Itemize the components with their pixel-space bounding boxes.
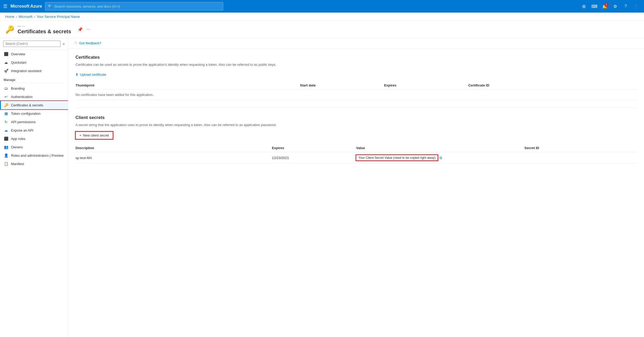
sidebar-item-label: Expose an API xyxy=(11,128,33,132)
sidebar-item-integration-assistant[interactable]: 🚀 Integration assistant xyxy=(0,67,68,75)
sidebar-item-app-roles[interactable]: ⬛ App roles xyxy=(0,134,68,143)
certificates-title: Certificates xyxy=(75,55,637,60)
secret-description-cell: sp-test-MA xyxy=(75,152,272,164)
feedback-label: Got feedback? xyxy=(79,41,101,45)
main-content: ♡ Got feedback? Certificates Certificate… xyxy=(68,38,644,337)
th-thumbprint: Thumbprint xyxy=(75,81,300,90)
sidebar-item-label: Certificates & secrets xyxy=(11,103,43,107)
help-button[interactable]: ? xyxy=(621,2,630,11)
topbar: ☰ Microsoft Azure 🔍 Search resources, se… xyxy=(0,0,644,13)
hamburger-button[interactable]: ☰ xyxy=(3,3,7,9)
content-area: Certificates Certificates can be used as… xyxy=(68,48,644,171)
page-header-text: — ··· Certificates & secrets xyxy=(18,24,71,35)
sidebar-item-label: Branding xyxy=(11,86,25,90)
sidebar-item-owners[interactable]: 👥 Owners xyxy=(0,143,68,151)
expose-api-icon: ☁ xyxy=(4,128,8,132)
owners-icon: 👥 xyxy=(4,145,8,149)
sidebar-item-label: Owners xyxy=(11,145,23,149)
th-start-date: Start date xyxy=(300,81,384,90)
sidebar-item-label: App roles xyxy=(11,137,25,141)
page-header: 🔑 — ··· Certificates & secrets 📌 ··· xyxy=(0,21,644,38)
sidebar-item-expose-api[interactable]: ☁ Expose an API xyxy=(0,126,68,134)
azure-logo: Microsoft Azure xyxy=(10,4,42,9)
sidebar-item-label: Token configuration xyxy=(11,112,41,116)
collapse-sidebar-button[interactable]: « xyxy=(63,42,65,46)
token-icon: ▦ xyxy=(4,111,8,116)
global-search[interactable]: 🔍 Search resources, services, and docs (… xyxy=(45,2,223,10)
sidebar-item-label: Authentication xyxy=(11,95,32,99)
manifest-icon: 📋 xyxy=(4,162,8,166)
feedback-heart-icon: ♡ xyxy=(74,41,78,45)
sidebar-item-token-configuration[interactable]: ▦ Token configuration xyxy=(0,109,68,118)
th-secret-id: Secret ID xyxy=(525,144,637,152)
account-button[interactable]: 👤 xyxy=(631,2,641,11)
breadcrumb-home[interactable]: Home xyxy=(5,15,14,19)
sidebar-item-label: Integration assistant xyxy=(11,69,41,73)
new-secret-label: New client secret xyxy=(83,133,109,137)
sidebar-search-area: « xyxy=(0,38,68,50)
copy-icon[interactable]: ⧉ xyxy=(439,156,442,160)
sidebar-item-label: Quickstart xyxy=(11,61,26,64)
feedback-bar[interactable]: ♡ Got feedback? xyxy=(68,38,644,48)
new-client-secret-button[interactable]: + New client secret xyxy=(75,132,113,139)
more-button[interactable]: ··· xyxy=(86,26,91,33)
branding-icon: 🗂 xyxy=(4,86,8,90)
th-description: Description xyxy=(75,144,272,152)
page-header-actions: 📌 ··· xyxy=(77,26,91,33)
secret-id-cell xyxy=(525,152,637,164)
search-icon: 🔍 xyxy=(48,4,52,8)
sidebar-item-label: Overview xyxy=(11,52,25,56)
certificates-desc: Certificates can be used as secrets to p… xyxy=(75,62,637,67)
sidebar-item-label: Roles and administrators | Preview xyxy=(11,154,64,157)
pin-button[interactable]: 📌 xyxy=(77,26,84,33)
no-certificates-text: No certificates have been added for this… xyxy=(75,89,637,100)
breadcrumb-microsoft[interactable]: Microsoft xyxy=(19,15,32,19)
app-name-label: — ··· xyxy=(18,24,71,28)
upload-icon: ⬆ xyxy=(75,73,78,77)
secret-value-box: Your Client Secret Value (need to be cop… xyxy=(356,155,438,161)
sidebar-item-label: API permissions xyxy=(11,120,36,124)
breadcrumb: Home › Microsoft › Your Service Principa… xyxy=(0,13,644,21)
th-secret-expires: Expires xyxy=(272,144,356,152)
sidebar-manage-label: Manage xyxy=(0,75,68,83)
notification-badge: 3 xyxy=(604,3,608,7)
certificates-icon: 🔑 xyxy=(4,103,8,107)
app-roles-icon: ⬛ xyxy=(4,137,8,141)
sidebar-item-authentication[interactable]: ↩ Authentication xyxy=(0,93,68,101)
th-expires: Expires xyxy=(384,81,468,90)
upload-label: Upload certificate xyxy=(80,73,106,77)
portal-dashboard-button[interactable]: ⊞ xyxy=(579,2,588,11)
client-secrets-desc: A secret string that the application use… xyxy=(75,122,637,128)
sidebar-item-manifest[interactable]: 📋 Manifest xyxy=(0,160,68,168)
sidebar-item-api-permissions[interactable]: ↻ API permissions xyxy=(0,118,68,126)
breadcrumb-service-principal[interactable]: Your Service Principal Name xyxy=(37,15,80,19)
integration-icon: 🚀 xyxy=(4,69,8,73)
app-body: « ⬛ Overview ☁ Quickstart 🚀 Integration … xyxy=(0,38,644,337)
sidebar-item-quickstart[interactable]: ☁ Quickstart xyxy=(0,58,68,67)
sidebar-item-certificates-secrets[interactable]: 🔑 Certificates & secrets xyxy=(0,101,68,109)
breadcrumb-sep-1: › xyxy=(16,15,17,19)
cloudshell-button[interactable]: ⌨ xyxy=(590,2,599,11)
no-certificates-row: No certificates have been added for this… xyxy=(75,89,637,100)
upload-certificate-button[interactable]: ⬆ Upload certificate xyxy=(75,72,106,78)
client-secrets-table: Description Expires Value Secret ID sp-t… xyxy=(75,144,637,164)
settings-button[interactable]: ⚙ xyxy=(610,2,620,11)
client-secrets-title: Client secrets xyxy=(75,115,637,120)
notifications-button[interactable]: 🔔 3 xyxy=(600,2,609,11)
sidebar-item-branding[interactable]: 🗂 Branding xyxy=(0,84,68,93)
page-title: Certificates & secrets xyxy=(18,29,71,35)
page-icon: 🔑 xyxy=(5,25,14,34)
authentication-icon: ↩ xyxy=(4,95,8,99)
sidebar-search-input[interactable] xyxy=(3,41,61,47)
overview-icon: ⬛ xyxy=(4,52,8,56)
sidebar-item-roles-admins[interactable]: 👤 Roles and administrators | Preview xyxy=(0,151,68,160)
secret-expires-cell: 12/23/2021 xyxy=(272,152,356,164)
api-icon: ↻ xyxy=(4,120,8,124)
search-placeholder-text: Search resources, services, and docs (G+… xyxy=(54,4,120,8)
section-divider xyxy=(75,107,637,108)
sidebar-item-overview[interactable]: ⬛ Overview xyxy=(0,50,68,58)
th-value: Value xyxy=(356,144,525,152)
secret-value-cell: Your Client Secret Value (need to be cop… xyxy=(356,152,525,164)
roles-admins-icon: 👤 xyxy=(4,153,8,157)
quickstart-icon: ☁ xyxy=(4,60,8,64)
